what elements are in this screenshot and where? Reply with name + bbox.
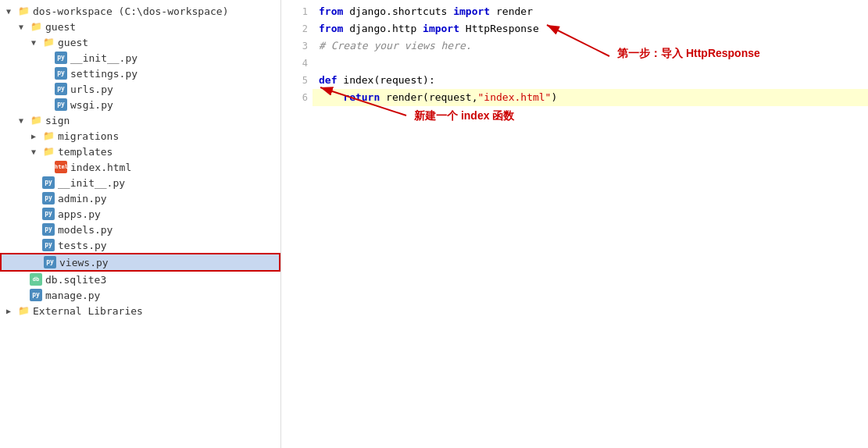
sidebar-item-tests-py[interactable]: py tests.py (0, 237, 280, 253)
sidebar-item-templates-dir[interactable]: 📁 templates (0, 144, 280, 159)
init-py-1-label: __init__.py (70, 52, 138, 64)
line-number-1: 1 (283, 3, 308, 20)
line-content-6: return render(request,"index.html") (313, 89, 868, 106)
sidebar-item-views-py[interactable]: py views.py (0, 253, 280, 272)
line-content-1: from django.shortcuts import render (313, 3, 868, 20)
templates-dir-arrow (31, 148, 41, 156)
manage-py-label: manage.py (45, 290, 100, 301)
code-line-3: 3 # Create your views here. (313, 37, 868, 55)
init-py-2-label: __init__.py (58, 177, 125, 189)
sign-dir-label: sign (45, 115, 70, 126)
code-line-1: 1 from django.shortcuts import render (313, 3, 868, 20)
index-html-icon: html (55, 161, 67, 173)
line-number-4: 4 (283, 55, 308, 72)
sidebar-item-apps-py[interactable]: py apps.py (0, 206, 280, 222)
code-line-6: 6 return render(request,"index.html") (313, 89, 868, 106)
external-libs-icon: 📁 (17, 304, 30, 317)
external-libs-arrow (6, 307, 16, 315)
code-editor[interactable]: 1 from django.shortcuts import render 2 … (281, 0, 868, 109)
external-libs-label: External Libraries (33, 305, 143, 317)
workspace-root-item[interactable]: 📁 dos-workspace (C:\dos-workspace) (0, 3, 280, 19)
sidebar-item-settings-py[interactable]: py settings.py (0, 66, 280, 81)
migrations-dir-label: migrations (58, 130, 119, 142)
models-py-label: models.py (58, 224, 113, 236)
templates-dir-folder-icon: 📁 (42, 145, 55, 158)
guest-dir-folder-icon: 📁 (30, 20, 42, 33)
line-number-3: 3 (283, 37, 308, 55)
apps-py-icon: py (42, 208, 55, 220)
line-content-5: def index(request): (313, 72, 868, 89)
line-number-2: 2 (283, 20, 308, 37)
workspace-label: dos-workspace (C:\dos-workspace) (33, 5, 228, 17)
admin-py-icon: py (42, 192, 55, 204)
code-line-2: 2 from django.http import HttpResponse (313, 20, 868, 37)
file-tree-sidebar[interactable]: 📁 dos-workspace (C:\dos-workspace) 📁 gue… (0, 0, 281, 448)
workspace-folder-icon: 📁 (17, 5, 30, 17)
sidebar-item-index-html[interactable]: html index.html (0, 159, 280, 175)
line-number-5: 5 (283, 72, 308, 89)
guest-dir-label: guest (45, 21, 76, 33)
sidebar-item-manage-py[interactable]: py manage.py (0, 287, 280, 303)
sign-dir-arrow (19, 116, 28, 125)
sidebar-item-guest-sub[interactable]: 📁 guest (0, 34, 280, 50)
tests-py-icon: py (42, 239, 55, 251)
editor-content: 1 from django.shortcuts import render 2 … (281, 3, 868, 106)
wsgi-py-icon: py (55, 98, 67, 111)
admin-py-label: admin.py (58, 193, 107, 204)
init-py-2-icon: py (42, 176, 55, 189)
urls-py-icon: py (55, 83, 67, 95)
sidebar-item-db-sqlite3[interactable]: db db.sqlite3 (0, 272, 280, 287)
sidebar-item-urls-py[interactable]: py urls.py (0, 81, 280, 97)
line-number-6: 6 (283, 89, 308, 106)
migrations-dir-arrow (31, 132, 41, 140)
sidebar-item-init-py-1[interactable]: py __init__.py (0, 50, 280, 66)
db-sqlite3-label: db.sqlite3 (45, 274, 106, 286)
urls-py-label: urls.py (70, 84, 113, 95)
init-py-1-icon: py (55, 52, 67, 64)
code-editor-wrapper: 1 from django.shortcuts import render 2 … (281, 0, 868, 448)
guest-sub-arrow (31, 38, 41, 47)
views-py-label: views.py (59, 257, 109, 268)
guest-sub-folder-icon: 📁 (42, 36, 55, 48)
code-line-4: 4 (313, 55, 868, 72)
manage-py-icon: py (30, 289, 42, 301)
line-content-2: from django.http import HttpResponse (313, 20, 868, 37)
db-sqlite3-icon: db (30, 273, 42, 286)
line-content-3: # Create your views here. (313, 37, 868, 55)
annotation-step1-text: 第一步：导入 HttpResponse (617, 47, 760, 61)
workspace-arrow (6, 7, 16, 16)
settings-py-icon: py (55, 67, 67, 80)
sidebar-item-wsgi-py[interactable]: py wsgi.py (0, 97, 280, 112)
code-line-5: 5 def index(request): (313, 72, 868, 89)
sidebar-item-init-py-2[interactable]: py __init__.py (0, 175, 280, 190)
sign-dir-folder-icon: 📁 (30, 114, 42, 126)
index-html-label: index.html (70, 162, 131, 173)
tests-py-label: tests.py (58, 240, 107, 251)
views-py-icon: py (44, 256, 56, 268)
guest-sub-label: guest (58, 37, 88, 48)
guest-dir-arrow (19, 23, 28, 31)
apps-py-label: apps.py (58, 208, 101, 220)
sidebar-item-migrations-dir[interactable]: 📁 migrations (0, 128, 280, 144)
templates-dir-label: templates (58, 146, 113, 158)
migrations-dir-folder-icon: 📁 (42, 130, 55, 142)
sidebar-item-guest-dir[interactable]: 📁 guest (0, 19, 280, 34)
settings-py-label: settings.py (70, 68, 138, 80)
sidebar-item-models-py[interactable]: py models.py (0, 222, 280, 237)
models-py-icon: py (42, 223, 55, 236)
line-content-4 (313, 55, 868, 72)
sidebar-item-sign-dir[interactable]: 📁 sign (0, 112, 280, 128)
wsgi-py-label: wsgi.py (70, 99, 113, 111)
sidebar-item-external-libs[interactable]: 📁 External Libraries (0, 303, 280, 318)
annotation-step2-text: 新建一个 index 函数 (414, 109, 514, 123)
sidebar-item-admin-py[interactable]: py admin.py (0, 190, 280, 206)
